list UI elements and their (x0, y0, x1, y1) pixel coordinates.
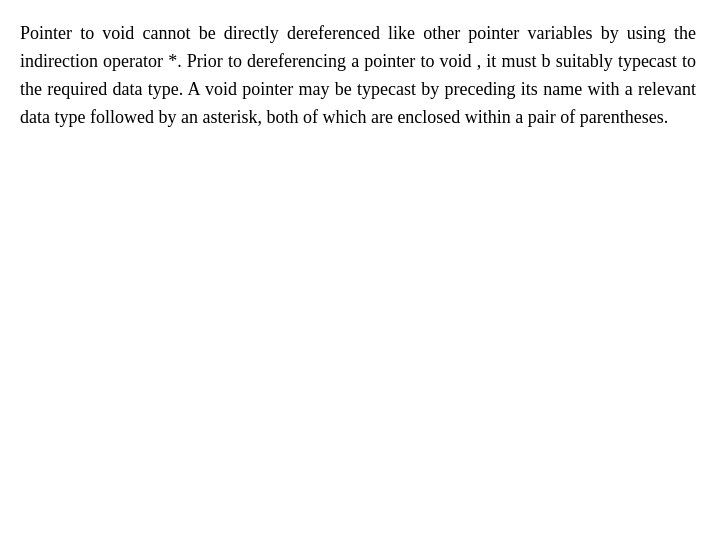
main-paragraph: Pointer to void cannot be directly deref… (20, 20, 696, 132)
text-block: Pointer to void cannot be directly deref… (20, 20, 696, 132)
page-container: Pointer to void cannot be directly deref… (0, 0, 720, 540)
